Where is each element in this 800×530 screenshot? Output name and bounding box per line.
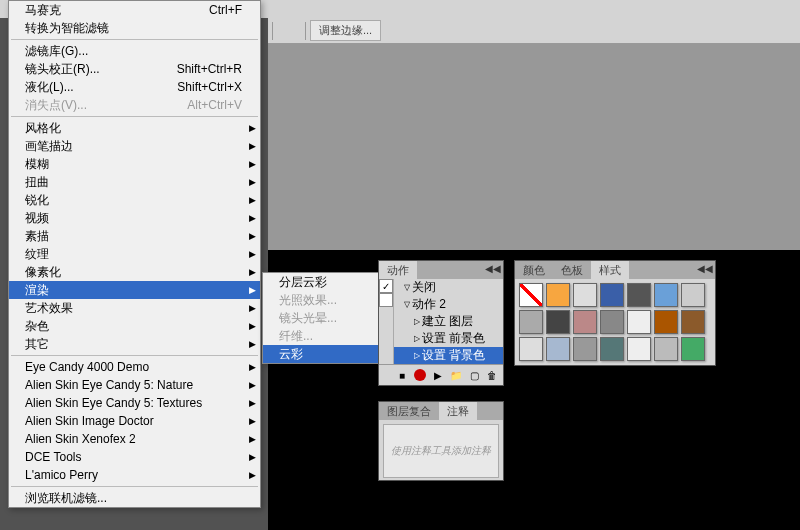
- menu-item[interactable]: 渲染▶: [9, 281, 260, 299]
- menu-item[interactable]: 镜头校正(R)...Shift+Ctrl+R: [9, 60, 260, 78]
- submenu-arrow-icon: ▶: [249, 434, 256, 444]
- menu-item[interactable]: 素描▶: [9, 227, 260, 245]
- menu-separator: [11, 355, 258, 356]
- menu-item[interactable]: 视频▶: [9, 209, 260, 227]
- menu-item[interactable]: 画笔描边▶: [9, 137, 260, 155]
- style-swatch[interactable]: [600, 283, 624, 307]
- style-swatch[interactable]: [654, 310, 678, 334]
- collapse-icon[interactable]: ◀◀: [485, 263, 501, 274]
- style-swatch[interactable]: [627, 283, 651, 307]
- submenu-arrow-icon: ▶: [249, 159, 256, 169]
- action-check[interactable]: [379, 293, 393, 307]
- disclosure-icon[interactable]: ▽: [404, 283, 410, 292]
- menu-item[interactable]: 锐化▶: [9, 191, 260, 209]
- disclosure-icon[interactable]: ▽: [404, 300, 410, 309]
- disclosure-icon[interactable]: ▷: [414, 334, 420, 343]
- menu-item[interactable]: 模糊▶: [9, 155, 260, 173]
- style-swatch[interactable]: [519, 337, 543, 361]
- menu-item[interactable]: 滤镜库(G)...: [9, 42, 260, 60]
- menu-item[interactable]: 浏览联机滤镜...: [9, 489, 260, 507]
- style-swatch[interactable]: [573, 283, 597, 307]
- menu-item-label: 渲染: [25, 282, 49, 299]
- submenu-arrow-icon: ▶: [249, 267, 256, 277]
- new-action-button[interactable]: ▢: [465, 367, 483, 383]
- style-swatch[interactable]: [546, 337, 570, 361]
- menu-item[interactable]: Alien Skin Eye Candy 5: Nature▶: [9, 376, 260, 394]
- menu-item[interactable]: 像素化▶: [9, 263, 260, 281]
- play-button[interactable]: ▶: [429, 367, 447, 383]
- menu-item[interactable]: 转换为智能滤镜: [9, 19, 260, 37]
- style-swatch[interactable]: [681, 310, 705, 334]
- menu-item-label: Eye Candy 4000 Demo: [25, 360, 149, 374]
- submenu-arrow-icon: ▶: [249, 470, 256, 480]
- record-button[interactable]: [411, 367, 429, 383]
- tab-actions[interactable]: 动作: [379, 261, 417, 279]
- panel-tabs: 动作 ◀◀: [379, 261, 503, 279]
- style-swatch[interactable]: [681, 337, 705, 361]
- tab-styles[interactable]: 样式: [591, 261, 629, 279]
- menu-item[interactable]: DCE Tools▶: [9, 448, 260, 466]
- tab-annotation[interactable]: 注释: [439, 402, 477, 420]
- menu-item[interactable]: 其它▶: [9, 335, 260, 353]
- style-swatch[interactable]: [600, 310, 624, 334]
- action-item[interactable]: ▷建立 图层: [394, 313, 503, 330]
- submenu-arrow-icon: ▶: [249, 362, 256, 372]
- menu-item-label: 纹理: [25, 246, 49, 263]
- menu-item[interactable]: 风格化▶: [9, 119, 260, 137]
- action-item[interactable]: ▷设置 背景色: [394, 347, 503, 364]
- menu-item[interactable]: Alien Skin Eye Candy 5: Textures▶: [9, 394, 260, 412]
- adjust-edge-button[interactable]: 调整边缘...: [310, 20, 381, 41]
- new-folder-button[interactable]: 📁: [447, 367, 465, 383]
- action-item[interactable]: ▷设置 前景色: [394, 330, 503, 347]
- style-swatch[interactable]: [627, 337, 651, 361]
- menu-item[interactable]: 扭曲▶: [9, 173, 260, 191]
- menu-item-label: 液化(L)...: [25, 79, 74, 96]
- submenu-item: 镜头光晕...: [263, 309, 381, 327]
- menu-item[interactable]: Alien Skin Image Doctor▶: [9, 412, 260, 430]
- menu-item-label: 杂色: [25, 318, 49, 335]
- collapse-icon[interactable]: ◀◀: [697, 263, 713, 274]
- menu-item-label: 锐化: [25, 192, 49, 209]
- style-swatch[interactable]: [654, 283, 678, 307]
- style-swatch[interactable]: [573, 337, 597, 361]
- menu-item[interactable]: 马赛克Ctrl+F: [9, 1, 260, 19]
- disclosure-icon[interactable]: ▷: [414, 317, 420, 326]
- style-swatch[interactable]: [681, 283, 705, 307]
- tab-swatches[interactable]: 色板: [553, 261, 591, 279]
- style-swatch[interactable]: [600, 337, 624, 361]
- action-check[interactable]: ✓: [379, 279, 393, 293]
- tab-color[interactable]: 颜色: [515, 261, 553, 279]
- menu-item[interactable]: 纹理▶: [9, 245, 260, 263]
- menu-item-label: 滤镜库(G)...: [25, 43, 88, 60]
- delete-button[interactable]: 🗑: [483, 367, 501, 383]
- submenu-item[interactable]: 分层云彩: [263, 273, 381, 291]
- menu-item[interactable]: 杂色▶: [9, 317, 260, 335]
- style-swatch[interactable]: [654, 337, 678, 361]
- submenu-arrow-icon: ▶: [249, 141, 256, 151]
- submenu-arrow-icon: ▶: [249, 177, 256, 187]
- menu-item[interactable]: L'amico Perry▶: [9, 466, 260, 484]
- menu-item-label: L'amico Perry: [25, 468, 98, 482]
- submenu-item[interactable]: 云彩: [263, 345, 381, 363]
- style-swatch[interactable]: [519, 310, 543, 334]
- tab-layercomp[interactable]: 图层复合: [379, 402, 439, 420]
- style-swatch[interactable]: [573, 310, 597, 334]
- actions-panel: 动作 ◀◀ ✓ ▽关闭▽动作 2▷建立 图层▷设置 前景色▷设置 背景色 ■ ▶…: [378, 260, 504, 386]
- submenu-arrow-icon: ▶: [249, 321, 256, 331]
- menu-item[interactable]: 艺术效果▶: [9, 299, 260, 317]
- submenu-item: 纤维...: [263, 327, 381, 345]
- menu-item-label: 马赛克: [25, 2, 61, 19]
- style-swatch[interactable]: [546, 283, 570, 307]
- menu-item-label: 扭曲: [25, 174, 49, 191]
- menu-item[interactable]: Alien Skin Xenofex 2▶: [9, 430, 260, 448]
- style-swatch[interactable]: [519, 283, 543, 307]
- menu-item: 消失点(V)...Alt+Ctrl+V: [9, 96, 260, 114]
- action-item[interactable]: ▽动作 2: [394, 296, 503, 313]
- stop-button[interactable]: ■: [393, 367, 411, 383]
- menu-item[interactable]: 液化(L)...Shift+Ctrl+X: [9, 78, 260, 96]
- style-swatch[interactable]: [627, 310, 651, 334]
- menu-item[interactable]: Eye Candy 4000 Demo▶: [9, 358, 260, 376]
- action-item[interactable]: ▽关闭: [394, 279, 503, 296]
- disclosure-icon[interactable]: ▷: [414, 351, 420, 360]
- style-swatch[interactable]: [546, 310, 570, 334]
